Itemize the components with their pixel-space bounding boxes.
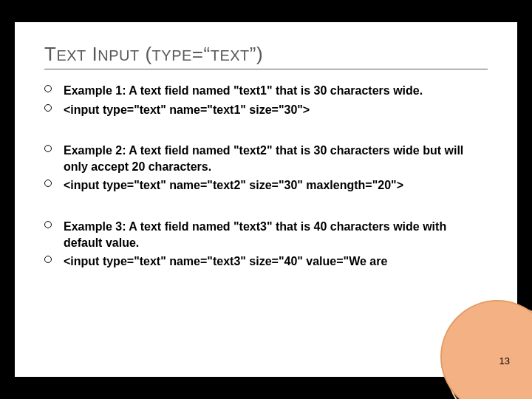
bullet-list: Example 2: A text field named "text2" th… (44, 143, 488, 194)
bullet-text: <input type="text" name="text3" size="40… (64, 255, 387, 267)
bullet-text: <input type="text" name="text2" size="30… (64, 179, 403, 191)
bullet-text: Example 1: A text field named "text1" th… (64, 84, 423, 97)
bullet-icon (44, 104, 52, 112)
slide: TEXT INPUT (TYPE=“TEXT”) Example 1: A te… (15, 22, 517, 377)
list-item: <input type="text" name="text2" size="30… (44, 177, 488, 194)
bullet-icon (44, 85, 52, 92)
bullet-text: Example 3: A text field named "text3" th… (64, 220, 446, 249)
gap (44, 120, 488, 143)
bullet-list: Example 1: A text field named "text1" th… (44, 83, 488, 117)
decor-circle (440, 300, 532, 399)
bullet-icon (44, 145, 52, 152)
list-item: Example 3: A text field named "text3" th… (44, 219, 488, 250)
list-item: <input type="text" name="text3" size="40… (44, 253, 488, 270)
bullet-icon (44, 256, 52, 263)
gap (44, 197, 488, 219)
bullet-list: Example 3: A text field named "text3" th… (44, 219, 488, 270)
bullet-icon (44, 180, 52, 187)
slide-title: TEXT INPUT (TYPE=“TEXT”) (44, 43, 488, 69)
list-item: Example 1: A text field named "text1" th… (44, 83, 488, 99)
list-item: Example 2: A text field named "text2" th… (44, 143, 488, 174)
page-number: 13 (499, 355, 510, 366)
list-item: <input type="text" name="text1" size="30… (44, 102, 488, 118)
bullet-icon (44, 221, 52, 228)
bullet-text: <input type="text" name="text1" size="30… (64, 103, 310, 116)
title-text: TEXT INPUT (TYPE=“TEXT”) (44, 43, 263, 65)
bullet-text: Example 2: A text field named "text2" th… (64, 144, 463, 173)
